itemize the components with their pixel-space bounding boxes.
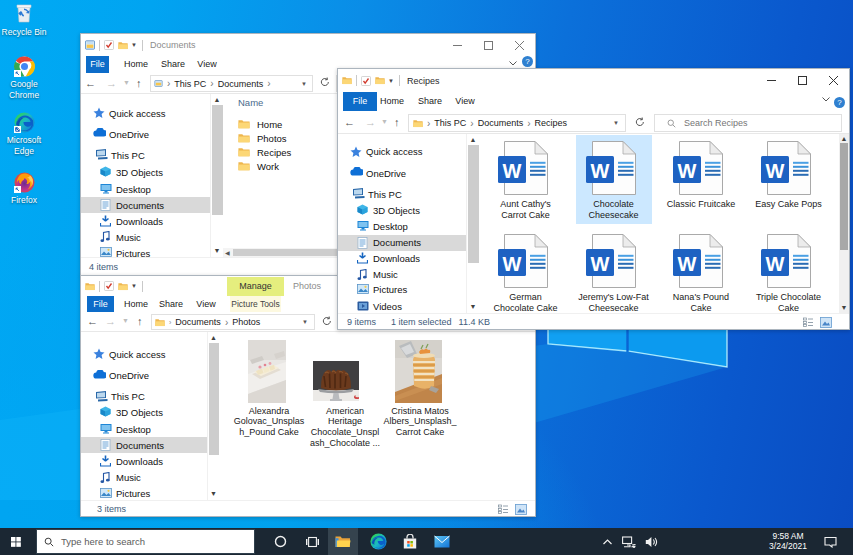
- svg-text:W: W: [678, 253, 697, 275]
- svg-text:W: W: [765, 160, 784, 182]
- svg-text:W: W: [590, 253, 609, 275]
- svg-text:W: W: [590, 160, 609, 182]
- svg-text:W: W: [765, 253, 784, 275]
- svg-text:W: W: [678, 160, 697, 182]
- svg-text:W: W: [502, 160, 521, 182]
- svg-text:W: W: [502, 253, 521, 275]
